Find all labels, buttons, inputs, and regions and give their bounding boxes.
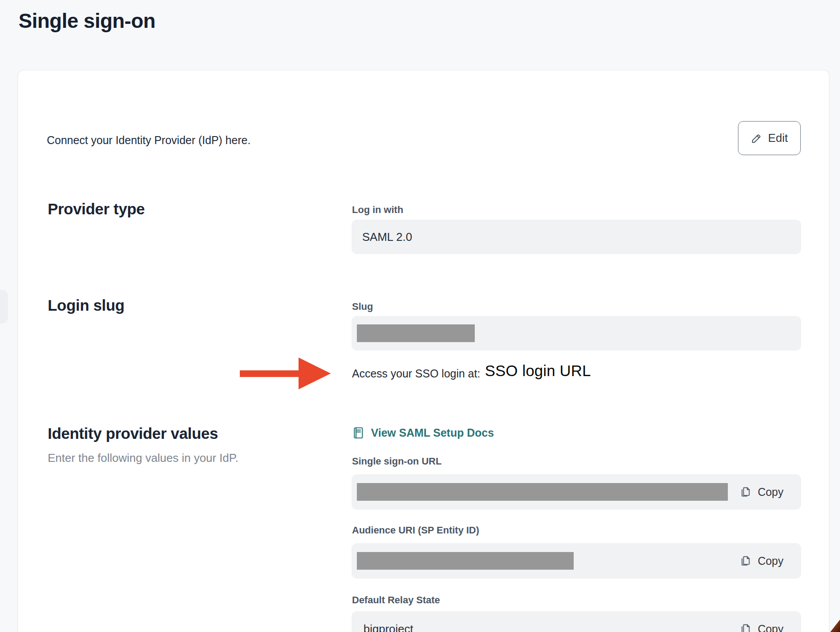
pencil-icon (751, 133, 762, 144)
idp-values-subheading: Enter the following values in your IdP. (48, 451, 238, 465)
docs-link-label: View SAML Setup Docs (371, 426, 494, 439)
corner-arrow-fragment (830, 619, 840, 632)
edit-button[interactable]: Edit (738, 121, 801, 155)
copy-button-relay-state[interactable]: Copy (739, 623, 783, 632)
copy-button-label: Copy (758, 486, 783, 499)
audience-uri-field: Copy (352, 543, 801, 579)
sso-url-field: Copy (352, 474, 801, 510)
sso-url-label: Single sign-on URL (352, 456, 442, 467)
sso-login-annotation-prefix: Access your SSO login at: (352, 367, 480, 380)
provider-type-heading: Provider type (48, 200, 145, 218)
provider-type-value: SAML 2.0 (362, 230, 412, 244)
intro-text: Connect your Identity Provider (IdP) her… (47, 134, 250, 147)
redacted-value (357, 483, 728, 501)
copy-button-label: Copy (758, 555, 783, 567)
copy-icon (739, 486, 751, 498)
copy-icon (739, 623, 751, 632)
view-saml-setup-docs-link[interactable]: View SAML Setup Docs (352, 426, 494, 439)
idp-values-heading: Identity provider values (48, 425, 218, 442)
copy-button-sso-url[interactable]: Copy (739, 486, 783, 499)
edit-button-label: Edit (768, 131, 788, 145)
login-with-label: Log in with (352, 204, 403, 216)
default-relay-state-value: bigproject (363, 622, 413, 632)
provider-type-field: SAML 2.0 (352, 220, 801, 254)
annotation-arrow-icon (240, 357, 333, 390)
login-slug-heading: Login slug (48, 297, 125, 314)
audience-uri-label: Audience URI (SP Entity ID) (352, 525, 479, 536)
copy-button-label: Copy (758, 623, 783, 632)
redacted-value (357, 324, 475, 342)
copy-icon (739, 555, 751, 567)
sso-settings-card: Connect your Identity Provider (IdP) her… (18, 70, 829, 632)
drawer-handle[interactable] (0, 290, 8, 324)
slug-field (352, 316, 801, 350)
document-icon (352, 426, 364, 439)
page-title: Single sign-on (19, 9, 155, 33)
default-relay-state-field: bigproject Copy (352, 611, 801, 632)
redacted-value (357, 552, 574, 570)
copy-button-audience-uri[interactable]: Copy (739, 555, 783, 567)
sso-login-annotation-highlight: SSO login URL (485, 362, 591, 380)
slug-label: Slug (352, 301, 373, 312)
default-relay-state-label: Default Relay State (352, 594, 440, 606)
